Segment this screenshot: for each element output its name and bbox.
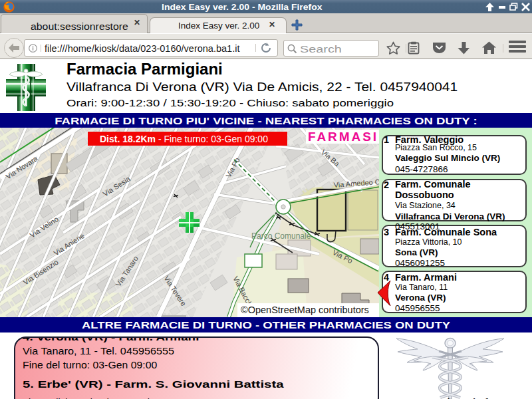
svg-text:Dist. 18.2Km - Fine turno: 03-: Dist. 18.2Km - Fine turno: 03-Gen 09:00	[100, 134, 268, 144]
svg-text:Parco Comunale: Parco Comunale	[251, 231, 311, 241]
svg-text:FARMASI: FARMASI	[308, 130, 377, 144]
svg-text:©OpenStreetMap contributors: ©OpenStreetMap contributors	[241, 305, 369, 315]
